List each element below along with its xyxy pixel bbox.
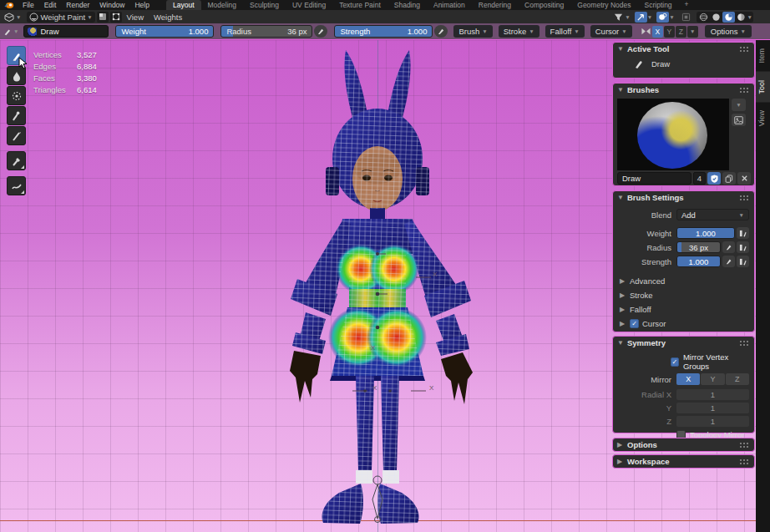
options-popover[interactable]: Options ▼	[705, 25, 752, 38]
menu-render[interactable]: Render	[61, 0, 94, 10]
tool-gradient[interactable]	[7, 126, 26, 145]
sidebar-tab-tool[interactable]: Tool	[756, 72, 770, 103]
cursor-section[interactable]: ▶ ✓ Cursor	[613, 317, 754, 331]
sidebar-tab-item[interactable]: Item	[756, 40, 770, 72]
radius-pressure-toggle[interactable]	[314, 25, 327, 38]
view-menu[interactable]: View	[122, 13, 149, 22]
add-workspace-button[interactable]: +	[679, 0, 695, 10]
brush-popover[interactable]: Brush ▼	[453, 25, 492, 38]
brush-name-field[interactable]: Draw	[23, 25, 109, 38]
weight-paint-character-model[interactable]	[252, 43, 503, 532]
brushes-panel-header[interactable]: ▼ Brushes	[613, 84, 754, 96]
shading-wireframe-button[interactable]	[697, 12, 710, 23]
tool-annotate[interactable]	[7, 176, 26, 195]
mirror-dropdown[interactable]: ▼	[687, 26, 698, 38]
overlays-toggle[interactable]	[656, 12, 669, 23]
xray-toggle[interactable]	[680, 12, 692, 23]
tool-average[interactable]	[7, 86, 26, 105]
workspace-tab-shading[interactable]: Shading	[388, 0, 427, 10]
drag-dots-icon[interactable]	[739, 195, 750, 200]
strength-slider[interactable]: Strength 1.000	[334, 25, 433, 38]
workspace-tab-compositing[interactable]: Compositing	[518, 0, 570, 10]
drag-dots-icon[interactable]	[739, 340, 750, 346]
tool-sample-weight[interactable]	[7, 151, 26, 170]
brush-settings-panel-header[interactable]: ▼ Brush Settings	[613, 191, 754, 204]
menu-help[interactable]: Help	[129, 0, 154, 10]
falloff-popover[interactable]: Falloff ▼	[545, 25, 585, 38]
brush-select-dropdown[interactable]: ▼	[732, 99, 746, 111]
workspace-tab-sculpting[interactable]: Sculpting	[243, 0, 286, 10]
fake-user-toggle[interactable]	[707, 172, 721, 185]
mirror-y-toggle[interactable]: Y	[701, 373, 724, 385]
workspace-tab-uv-editing[interactable]: UV Editing	[286, 0, 332, 10]
mirror-z-toggle[interactable]: Z	[726, 373, 749, 385]
mode-selector[interactable]: Weight Paint ▼	[27, 12, 94, 23]
menu-file[interactable]: File	[18, 0, 39, 10]
brush-users-count[interactable]: 4	[693, 172, 706, 185]
symmetry-panel-header[interactable]: ▼ Symmetry	[613, 337, 754, 349]
object-visibility-filter-button[interactable]	[612, 12, 625, 23]
menu-edit[interactable]: Edit	[39, 0, 62, 10]
unified-strength-toggle[interactable]	[737, 256, 749, 267]
tool-smear[interactable]	[7, 106, 26, 125]
panel-radius-slider[interactable]: 36 px	[676, 241, 721, 253]
brush-datablock-name[interactable]: Draw	[617, 172, 691, 185]
workspace-tab-modeling[interactable]: Modeling	[201, 0, 244, 10]
menu-window[interactable]: Window	[94, 0, 129, 10]
mirror-vertex-groups-checkbox[interactable]: ✓	[671, 357, 679, 367]
workspace-tab-scripting[interactable]: Scripting	[638, 0, 679, 10]
duplicate-brush-button[interactable]	[722, 172, 736, 185]
sidebar-tab-view[interactable]: View	[756, 102, 770, 134]
shading-solid-button[interactable]	[710, 12, 722, 23]
shading-rendered-button[interactable]	[735, 12, 747, 23]
workspace-panel-header[interactable]: ▶ Workspace	[613, 455, 754, 468]
panel-weight-slider[interactable]: 1.000	[676, 227, 735, 239]
strength-pressure-toggle[interactable]	[722, 256, 735, 267]
radial-z-field[interactable]: 1	[676, 416, 749, 427]
mirror-x-toggle[interactable]: X	[652, 26, 663, 38]
pen-pressure-icon	[317, 28, 325, 35]
drag-dots-icon[interactable]	[739, 87, 750, 93]
panel-strength-slider[interactable]: 1.000	[676, 256, 721, 267]
advanced-section[interactable]: ▶ Advanced	[613, 274, 754, 288]
brush-preview[interactable]	[617, 99, 729, 170]
drag-dots-icon[interactable]	[739, 459, 750, 464]
mirror-y-toggle[interactable]: Y	[664, 26, 675, 38]
radial-x-field[interactable]: 1	[676, 389, 749, 400]
unlink-brush-button[interactable]	[737, 172, 751, 185]
drag-dots-icon[interactable]	[739, 46, 750, 52]
stroke-section[interactable]: ▶ Stroke	[613, 288, 754, 302]
options-panel-header[interactable]: ▶ Options	[613, 438, 754, 451]
brush-image-button[interactable]	[732, 114, 746, 126]
vertex-mask-toggle[interactable]	[110, 12, 122, 23]
mirror-x-toggle[interactable]: X	[676, 373, 700, 385]
blend-dropdown[interactable]: Add ▼	[676, 209, 749, 220]
stroke-popover[interactable]: Stroke ▼	[499, 25, 540, 38]
workspace-tab-animation[interactable]: Animation	[427, 0, 472, 10]
active-tool-panel-header[interactable]: ▼ Active Tool	[613, 43, 754, 55]
strength-pressure-toggle[interactable]	[434, 25, 448, 38]
workspace-tab-geometry-nodes[interactable]: Geometry Nodes	[570, 0, 637, 10]
unified-radius-toggle[interactable]	[737, 241, 749, 253]
workspace-tab-texture-paint[interactable]: Texture Paint	[332, 0, 388, 10]
face-mask-toggle[interactable]	[97, 12, 109, 23]
active-tool-expand[interactable]: ▼	[3, 28, 18, 36]
editor-type-button[interactable]: ▼	[2, 12, 23, 23]
radius-pressure-toggle[interactable]	[722, 241, 735, 253]
gizmo-toggle[interactable]	[635, 12, 647, 23]
radius-slider[interactable]: Radius 36 px	[220, 25, 312, 38]
falloff-section[interactable]: ▶ Falloff	[613, 302, 754, 317]
blur-droplet-icon	[11, 70, 23, 82]
workspace-tab-rendering[interactable]: Rendering	[472, 0, 518, 10]
mirror-z-toggle[interactable]: Z	[676, 26, 686, 38]
cursor-popover[interactable]: Cursor ▼	[590, 25, 632, 38]
cursor-checkbox[interactable]: ✓	[630, 319, 639, 328]
drag-dots-icon[interactable]	[739, 442, 750, 448]
blender-logo-icon[interactable]	[3, 1, 15, 9]
shading-material-button[interactable]	[722, 12, 735, 23]
workspace-tab-layout[interactable]: Layout	[166, 0, 201, 10]
unified-weight-toggle[interactable]	[737, 227, 749, 239]
radial-y-field[interactable]: 1	[676, 403, 749, 413]
weight-slider[interactable]: Weight 1.000	[115, 25, 214, 38]
weights-menu[interactable]: Weights	[149, 13, 187, 22]
